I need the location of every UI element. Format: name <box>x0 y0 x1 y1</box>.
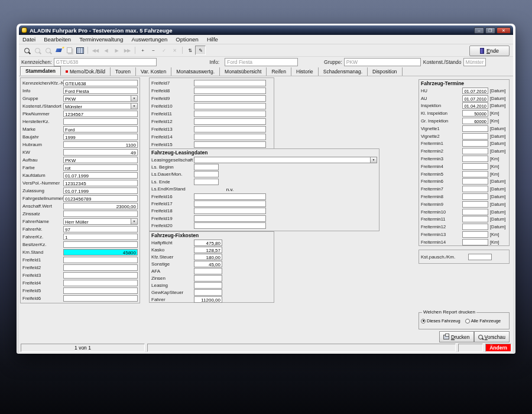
dropdown-arrow-icon[interactable]: ▼ <box>131 103 138 109</box>
field-input[interactable] <box>462 216 488 222</box>
field-input[interactable]: 1100 <box>63 141 138 148</box>
report-radio-option[interactable]: Alle Fahrzeuge <box>465 318 501 324</box>
field-input[interactable]: 01.07.1999 <box>63 187 138 194</box>
find-record-button[interactable] <box>43 46 53 55</box>
confirm-button[interactable]: ✓ <box>158 46 169 55</box>
field-input[interactable]: 23000,00 <box>63 203 138 209</box>
field-input[interactable]: 97 <box>63 226 138 232</box>
field-input[interactable] <box>63 118 138 125</box>
field-input[interactable] <box>462 163 488 170</box>
nav-last-button[interactable]: ▶▶ <box>122 46 132 55</box>
field-input[interactable] <box>63 287 138 294</box>
tab[interactable]: Schadensmanag. <box>319 67 368 76</box>
field-input[interactable] <box>462 125 488 132</box>
tab[interactable]: Historie <box>291 67 319 76</box>
delete-record-button[interactable]: − <box>148 46 158 55</box>
field-input[interactable] <box>194 164 219 170</box>
field-input[interactable]: 128,57 <box>194 247 222 253</box>
field-input[interactable]: 49 <box>63 149 138 156</box>
field-input[interactable] <box>194 282 222 289</box>
tab[interactable]: Touren <box>111 67 136 76</box>
tab[interactable]: Memo/Dok./Bild <box>61 67 111 76</box>
toolbar-button[interactable] <box>180 46 184 55</box>
field-input[interactable]: 50000 <box>462 110 488 117</box>
ende-button[interactable]: Ende <box>469 46 510 56</box>
field-input[interactable]: 1999 <box>63 134 138 140</box>
menu-item[interactable]: Auswertungen <box>132 36 168 43</box>
header-field-value[interactable]: Ford Fiesta <box>225 58 298 66</box>
field-input[interactable] <box>194 126 266 132</box>
field-input[interactable]: 01.04.2010 <box>462 102 488 109</box>
header-field-value[interactable]: Münster <box>463 58 486 66</box>
search-button[interactable] <box>21 46 32 55</box>
header-field-value[interactable]: GTEU638 <box>54 58 157 66</box>
dropdown-arrow-icon[interactable]: ▼ <box>131 95 138 102</box>
nav-next-button[interactable]: ▶ <box>111 46 122 55</box>
field-input[interactable]: 180,00 <box>194 254 222 260</box>
field-input[interactable]: rot <box>63 164 138 171</box>
titlebar[interactable]: ALADIN Fuhrpark Pro - Testversion max. 5… <box>19 25 513 35</box>
field-input[interactable]: 12312345 <box>63 180 138 186</box>
tab[interactable]: Stammdaten <box>20 66 61 76</box>
field-input[interactable] <box>194 134 266 140</box>
field-input[interactable]: 60000 <box>462 118 488 124</box>
field-input[interactable]: GTEU638 <box>63 80 138 86</box>
menu-item[interactable]: Bearbeiten <box>44 36 71 43</box>
radio-icon[interactable] <box>465 319 470 324</box>
field-input[interactable]: Herr Müller <box>63 218 131 225</box>
maximize-button[interactable]: ❐ <box>485 27 495 34</box>
tab[interactable]: Var. Kosten <box>136 67 171 76</box>
field-input[interactable] <box>194 80 266 86</box>
field-input[interactable] <box>462 193 488 200</box>
field-input[interactable] <box>194 193 266 200</box>
field-input[interactable] <box>194 222 266 229</box>
table-button[interactable] <box>74 46 85 55</box>
field-input[interactable] <box>462 140 488 147</box>
dropdown-arrow-icon[interactable]: ▼ <box>371 157 377 163</box>
toolbar-button[interactable] <box>132 46 137 55</box>
nav-first-button[interactable]: ◀◀ <box>90 46 100 55</box>
field-input[interactable] <box>462 156 488 162</box>
field-input[interactable]: 1234567 <box>63 111 138 117</box>
menu-item[interactable]: Datei <box>22 36 35 43</box>
field-input[interactable]: 01.07.2010 <box>462 88 488 94</box>
field-input[interactable] <box>63 264 138 271</box>
field-input[interactable] <box>462 171 488 177</box>
field-input[interactable]: 1 <box>63 234 138 240</box>
field-input[interactable] <box>462 239 488 245</box>
field-input[interactable] <box>194 95 266 102</box>
menu-item[interactable]: Hilfe <box>207 36 218 43</box>
field-input[interactable]: 01.07.2010 <box>462 95 488 102</box>
field-input[interactable] <box>63 211 138 217</box>
header-field-value[interactable]: PKW <box>344 58 421 66</box>
field-input[interactable] <box>462 178 488 185</box>
field-input[interactable] <box>194 289 222 296</box>
field-input[interactable]: 475,80 <box>194 240 222 246</box>
field-input[interactable]: Münster <box>63 103 131 109</box>
edit-mode-button[interactable]: ✎ <box>195 46 206 55</box>
field-input[interactable] <box>194 215 266 222</box>
field-input[interactable] <box>462 201 488 208</box>
exchange-button[interactable]: ⇅ <box>184 46 195 55</box>
kst-pauschale-input[interactable] <box>468 254 492 260</box>
close-button[interactable]: ✕ <box>497 27 511 34</box>
field-input[interactable]: n.v. <box>194 186 266 192</box>
tab[interactable]: Monatsübersicht <box>220 67 267 76</box>
vorschau-button[interactable]: Vorschau <box>474 331 510 342</box>
field-input[interactable] <box>63 257 138 263</box>
nav-prev-button[interactable]: ◀ <box>100 46 111 55</box>
field-input[interactable] <box>194 157 371 163</box>
field-input[interactable]: PKW <box>63 95 131 102</box>
minimize-button[interactable]: – <box>474 27 484 34</box>
menu-item[interactable]: Terminverwaltung <box>79 36 123 43</box>
field-input[interactable] <box>194 111 266 117</box>
cancel-button[interactable]: ✕ <box>169 46 180 55</box>
field-input[interactable]: 45,00 <box>194 261 222 267</box>
field-input[interactable] <box>63 241 138 248</box>
add-record-button[interactable]: + <box>137 46 148 55</box>
menu-item[interactable]: Optionen <box>176 36 199 43</box>
toolbar-button[interactable] <box>85 46 90 55</box>
field-input[interactable]: Ford Fiesta <box>63 88 138 94</box>
erase-button[interactable] <box>53 46 64 55</box>
drucken-button[interactable]: Drucken <box>439 331 474 342</box>
